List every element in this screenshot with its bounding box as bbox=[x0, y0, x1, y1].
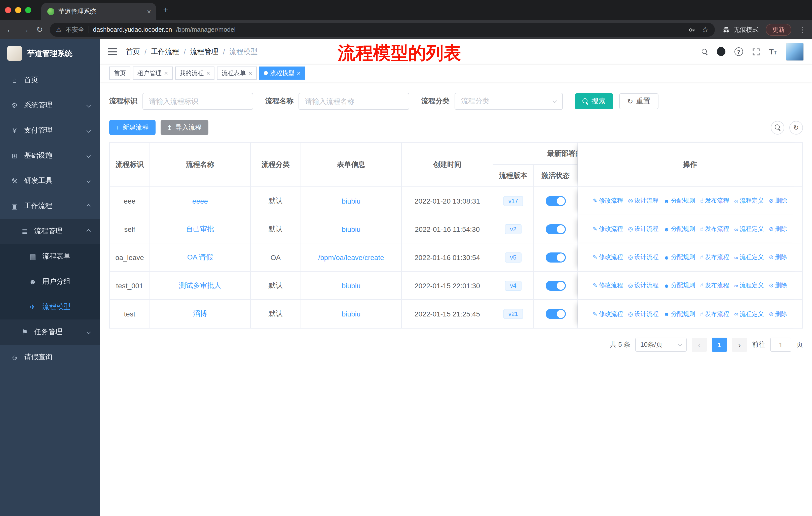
browser-tab[interactable]: 芋道管理系统 × bbox=[41, 3, 156, 20]
active-toggle[interactable] bbox=[546, 224, 566, 234]
active-toggle[interactable] bbox=[546, 309, 566, 319]
toggle-search-button[interactable] bbox=[771, 121, 784, 134]
tab-tenant-management[interactable]: 租户管理× bbox=[133, 66, 172, 80]
design-process-link[interactable]: ◎设计流程 bbox=[628, 310, 659, 318]
delete-link[interactable]: ⊘删除 bbox=[769, 310, 787, 318]
tab-home[interactable]: 首页 bbox=[109, 66, 130, 80]
process-name-link[interactable]: 自己审批 bbox=[186, 224, 214, 234]
breadcrumb-item[interactable]: 工作流程 bbox=[151, 47, 179, 56]
active-toggle[interactable] bbox=[546, 280, 566, 291]
form-info-link[interactable]: biubiu bbox=[342, 281, 361, 290]
process-definition-link[interactable]: ∞流程定义 bbox=[734, 253, 764, 262]
browser-menu-icon[interactable]: ⋮ bbox=[799, 25, 806, 34]
process-name-link[interactable]: OA 请假 bbox=[187, 253, 213, 262]
assign-rule-link[interactable]: ☻分配规则 bbox=[664, 281, 695, 290]
refresh-table-button[interactable]: ↻ bbox=[789, 121, 803, 134]
assign-rule-link[interactable]: ☻分配规则 bbox=[664, 196, 695, 205]
delete-link[interactable]: ⊘删除 bbox=[769, 281, 787, 290]
page-size-select[interactable]: 10条/页 bbox=[635, 337, 687, 352]
sidebar-toggle-icon[interactable] bbox=[108, 48, 117, 55]
breadcrumb-item[interactable]: 首页 bbox=[126, 47, 140, 56]
close-icon[interactable]: × bbox=[164, 69, 168, 77]
sidebar-item-dev-tools[interactable]: ⚒研发工具 bbox=[0, 168, 100, 193]
close-icon[interactable]: × bbox=[248, 69, 252, 77]
minimize-button[interactable] bbox=[15, 7, 21, 13]
tab-close-icon[interactable]: × bbox=[147, 7, 151, 16]
design-process-link[interactable]: ◎设计流程 bbox=[628, 225, 659, 233]
create-process-button[interactable]: + 新建流程 bbox=[109, 120, 155, 135]
close-button[interactable] bbox=[5, 7, 11, 13]
form-info-link[interactable]: /bpm/oa/leave/create bbox=[318, 253, 384, 261]
process-name-input[interactable] bbox=[298, 93, 409, 110]
address-bar[interactable]: ⚠ 不安全 dashboard.yudao.iocoder.cn /bpm/ma… bbox=[50, 23, 715, 37]
sidebar-item-process-model[interactable]: ✈流程模型 bbox=[0, 294, 100, 320]
process-name-link[interactable]: 测试多审批人 bbox=[179, 281, 221, 290]
help-icon[interactable] bbox=[734, 47, 743, 56]
publish-process-link[interactable]: ☝发布流程 bbox=[700, 225, 729, 233]
publish-process-link[interactable]: ☝发布流程 bbox=[700, 310, 729, 318]
next-page-button[interactable]: › bbox=[732, 337, 747, 352]
key-icon[interactable] bbox=[688, 26, 695, 33]
sidebar-item-workflow[interactable]: ▣工作流程 bbox=[0, 193, 100, 219]
process-name-link[interactable]: eeee bbox=[192, 197, 208, 205]
user-avatar[interactable] bbox=[786, 43, 804, 61]
edit-process-link[interactable]: ✎修改流程 bbox=[593, 253, 623, 262]
process-definition-link[interactable]: ∞流程定义 bbox=[734, 196, 764, 205]
zoom-button[interactable] bbox=[25, 7, 31, 13]
github-icon[interactable] bbox=[717, 47, 725, 56]
assign-rule-link[interactable]: ☻分配规则 bbox=[664, 310, 695, 318]
process-category-select[interactable]: 流程分类 bbox=[455, 93, 563, 110]
process-name-link[interactable]: 滔博 bbox=[193, 309, 207, 319]
import-process-button[interactable]: ↥ 导入流程 bbox=[160, 120, 208, 135]
active-toggle[interactable] bbox=[546, 252, 566, 262]
sidebar-item-leave-query[interactable]: ☺请假查询 bbox=[0, 345, 100, 370]
breadcrumb-item[interactable]: 流程管理 bbox=[190, 47, 219, 56]
tab-process-model[interactable]: 流程模型× bbox=[259, 66, 305, 80]
prev-page-button[interactable]: ‹ bbox=[692, 337, 707, 352]
design-process-link[interactable]: ◎设计流程 bbox=[628, 281, 659, 290]
tab-my-process[interactable]: 我的流程× bbox=[175, 66, 214, 80]
assign-rule-link[interactable]: ☻分配规则 bbox=[664, 253, 695, 262]
delete-link[interactable]: ⊘删除 bbox=[769, 253, 787, 262]
form-info-link[interactable]: biubiu bbox=[342, 310, 361, 318]
sidebar-item-payment-management[interactable]: ¥支付管理 bbox=[0, 118, 100, 143]
current-page-button[interactable]: 1 bbox=[712, 337, 727, 352]
delete-link[interactable]: ⊘删除 bbox=[769, 225, 787, 233]
update-button[interactable]: 更新 bbox=[766, 24, 791, 36]
goto-page-input[interactable] bbox=[770, 337, 791, 352]
edit-process-link[interactable]: ✎修改流程 bbox=[593, 310, 623, 318]
delete-link[interactable]: ⊘删除 bbox=[769, 196, 787, 205]
new-tab-button[interactable]: + bbox=[163, 0, 168, 20]
design-process-link[interactable]: ◎设计流程 bbox=[628, 253, 659, 262]
sidebar-item-system-management[interactable]: ⚙系统管理 bbox=[0, 93, 100, 118]
edit-process-link[interactable]: ✎修改流程 bbox=[593, 196, 623, 205]
search-icon[interactable] bbox=[701, 49, 707, 55]
assign-rule-link[interactable]: ☻分配规则 bbox=[664, 225, 695, 233]
form-info-link[interactable]: biubiu bbox=[342, 225, 361, 233]
search-button[interactable]: 搜索 bbox=[575, 93, 613, 109]
active-toggle[interactable] bbox=[546, 196, 566, 206]
reset-button[interactable]: ↻ 重置 bbox=[619, 93, 658, 109]
process-definition-link[interactable]: ∞流程定义 bbox=[734, 225, 764, 233]
sidebar-item-process-form[interactable]: ▤流程表单 bbox=[0, 244, 100, 269]
sidebar-item-process-management[interactable]: ≣流程管理 bbox=[0, 219, 100, 244]
process-definition-link[interactable]: ∞流程定义 bbox=[734, 310, 764, 318]
sidebar-item-home[interactable]: ⌂首页 bbox=[0, 67, 100, 93]
font-size-icon[interactable]: TT bbox=[769, 47, 777, 56]
forward-icon[interactable]: → bbox=[21, 26, 29, 34]
sidebar-item-infrastructure[interactable]: ⊞基础设施 bbox=[0, 143, 100, 168]
publish-process-link[interactable]: ☝发布流程 bbox=[700, 253, 729, 262]
form-info-link[interactable]: biubiu bbox=[342, 197, 361, 205]
fullscreen-icon[interactable] bbox=[752, 48, 760, 56]
process-definition-link[interactable]: ∞流程定义 bbox=[734, 281, 764, 290]
close-icon[interactable]: × bbox=[297, 69, 301, 77]
process-id-input[interactable] bbox=[142, 93, 253, 110]
bookmark-star-icon[interactable]: ☆ bbox=[701, 26, 709, 34]
reload-icon[interactable]: ↻ bbox=[36, 26, 43, 34]
sidebar-item-task-management[interactable]: ⚑任务管理 bbox=[0, 320, 100, 345]
close-icon[interactable]: × bbox=[206, 69, 210, 77]
design-process-link[interactable]: ◎设计流程 bbox=[628, 196, 659, 205]
publish-process-link[interactable]: ☝发布流程 bbox=[700, 196, 729, 205]
edit-process-link[interactable]: ✎修改流程 bbox=[593, 281, 623, 290]
back-icon[interactable]: ← bbox=[6, 26, 14, 34]
